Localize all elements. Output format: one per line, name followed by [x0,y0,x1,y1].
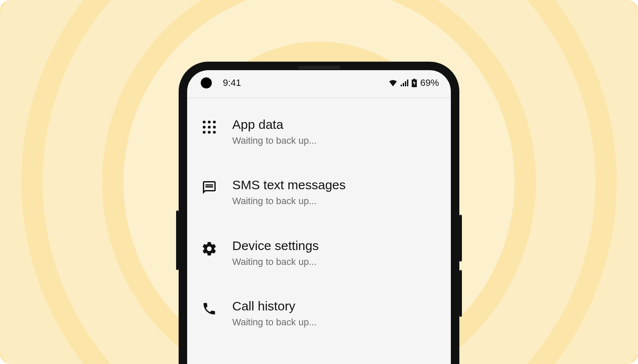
wifi-icon [389,80,397,86]
svg-point-2 [213,120,216,123]
phone-icon [199,299,219,316]
list-item-sms[interactable]: SMS text messages Waiting to back up... [191,167,447,218]
list-item-device-settings[interactable]: Device settings Waiting to back up... [191,228,447,279]
backup-list: App data Waiting to back up... SMS text … [187,98,451,339]
item-title: Call history [232,299,439,314]
phone-screen: 9:41 69% [187,70,451,364]
status-bar: 9:41 69% [187,70,451,96]
status-right: 69% [389,77,439,88]
svg-point-3 [203,125,206,128]
list-item-call-history[interactable]: Call history Waiting to back up... [191,288,447,339]
item-subtitle: Waiting to back up... [232,195,439,208]
apps-grid-icon [199,117,219,135]
svg-point-5 [213,125,216,128]
item-title: Device settings [232,238,439,253]
signal-icon [401,80,408,86]
svg-point-7 [208,131,211,134]
battery-percent: 69% [420,77,439,88]
svg-point-6 [203,131,206,134]
phone-side-button [459,270,462,317]
list-item-app-data[interactable]: App data Waiting to back up... [191,107,447,157]
gear-icon [199,238,219,257]
message-icon [199,177,219,195]
item-title: App data [232,117,439,132]
item-title: SMS text messages [232,177,439,193]
item-subtitle: Waiting to back up... [232,135,439,147]
item-subtitle: Waiting to back up... [232,316,439,329]
hero-canvas: 9:41 69% [0,0,638,364]
phone-speaker [298,66,340,69]
svg-point-8 [213,131,216,134]
phone-side-button [459,215,462,262]
phone-mockup: 9:41 69% [179,62,459,364]
phone-body: 9:41 69% [179,62,459,364]
svg-point-1 [208,120,211,123]
front-camera [201,77,212,88]
item-subtitle: Waiting to back up... [232,256,439,268]
status-clock: 9:41 [223,77,241,88]
battery-icon [412,79,417,87]
svg-point-0 [203,120,206,123]
svg-point-4 [208,125,211,128]
